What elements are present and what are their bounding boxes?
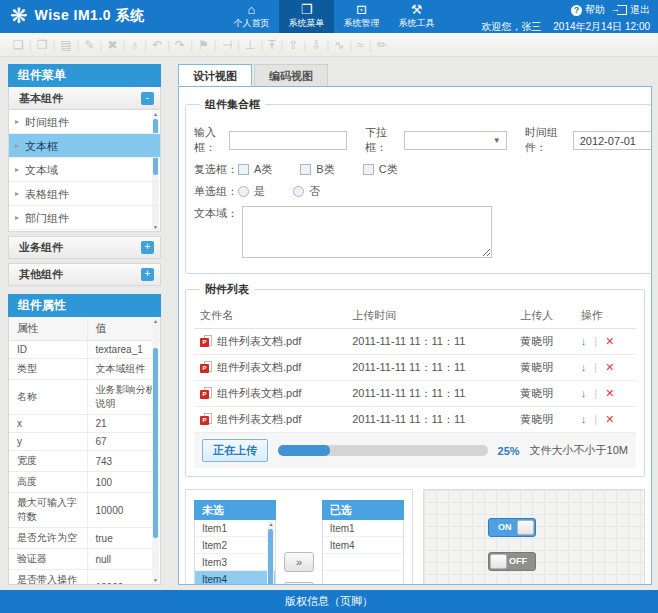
upload-progress-fill — [278, 445, 330, 456]
props-scrollbar[interactable]: ▲ ▼ — [152, 318, 159, 583]
toggle-off-label: OFF — [509, 556, 527, 566]
open-folder-icon[interactable]: ❐ — [32, 38, 53, 52]
pencil-icon[interactable]: ✏ — [372, 38, 392, 52]
collapse-icon[interactable]: - — [141, 92, 154, 105]
nav-item-home[interactable]: ⌂个人首页 — [224, 0, 279, 33]
checkbox-B类[interactable]: B类 — [300, 163, 334, 175]
export-down-icon[interactable]: ⇩ — [306, 38, 326, 52]
checkbox-C类[interactable]: C类 — [363, 163, 398, 175]
menu-item-文本框[interactable]: 文本框 — [9, 134, 160, 158]
checkbox-icon[interactable] — [300, 164, 311, 175]
scroll-thumb[interactable] — [268, 529, 273, 585]
menu-item-时间组件[interactable]: 时间组件 — [9, 110, 160, 134]
attachment-fieldset: 附件列表 文件名上传时间上传人操作 P组件列表文档.pdf2011-11-11 … — [185, 282, 645, 477]
toggle-knob[interactable] — [517, 520, 534, 535]
list-item-Item4[interactable]: Item4 — [195, 571, 275, 585]
move-left-button[interactable]: « — [284, 582, 313, 585]
delete-icon[interactable]: ✕ — [605, 361, 614, 373]
text-input[interactable] — [229, 131, 347, 150]
help-button[interactable]: ? 帮助 — [571, 3, 605, 17]
list-item-Item2[interactable]: Item2 — [195, 537, 275, 554]
component-props-title: 组件属性 — [8, 294, 161, 317]
accordion-business-components[interactable]: 业务组件 + — [8, 236, 161, 259]
scroll-up-icon[interactable]: ▲ — [267, 521, 274, 527]
upload-progress-track — [278, 445, 488, 456]
radio-否[interactable]: 否 — [293, 185, 320, 197]
nav-label: 个人首页 — [224, 17, 279, 29]
line-chart-icon[interactable]: ∿ — [329, 38, 349, 52]
list-item-Item3[interactable]: Item3 — [195, 554, 275, 571]
radio-group-label: 单选组： — [194, 184, 238, 199]
monitor-icon: ⊡ — [334, 2, 389, 17]
textarea-field[interactable] — [242, 206, 492, 258]
props-row: 名称业务影响分析说明 — [9, 380, 160, 415]
download-icon[interactable]: ↓ — [581, 335, 587, 347]
scroll-up-icon[interactable]: ▲ — [152, 318, 159, 324]
delete-icon[interactable]: ✕ — [605, 335, 614, 347]
checkbox-A类[interactable]: A类 — [238, 163, 272, 175]
text-format-icon[interactable]: Ŧ — [263, 38, 280, 52]
toggle-off-switch[interactable]: OFF — [488, 552, 536, 571]
download-icon[interactable]: ↓ — [581, 361, 587, 373]
menu-item-表格组件[interactable]: 表格组件 — [9, 182, 160, 206]
radio-icon[interactable] — [293, 186, 304, 197]
expand-icon[interactable]: + — [141, 241, 154, 254]
dropdown-select[interactable]: ▼ — [404, 131, 507, 150]
radio-icon[interactable] — [238, 186, 249, 197]
logout-button[interactable]: 退出 — [617, 3, 650, 17]
checkbox-icon[interactable] — [363, 164, 374, 175]
scroll-down-icon[interactable]: ▼ — [152, 577, 159, 583]
nav-item-menu-doc[interactable]: ❐系统菜单 — [279, 0, 334, 33]
list-item-Item1[interactable]: Item1 — [195, 520, 275, 537]
align-bottom-icon[interactable]: ⊥ — [240, 38, 260, 52]
att-operations: ↓|✕ — [575, 329, 636, 355]
toggle-knob[interactable] — [490, 554, 507, 569]
pdf-badge: P — [200, 416, 209, 425]
scroll-thumb[interactable] — [153, 348, 158, 538]
edit-doc-icon[interactable]: ✎ — [79, 38, 99, 52]
redo-icon[interactable]: ↷ — [170, 38, 190, 52]
delete-icon[interactable]: ✕ — [605, 387, 614, 399]
props-row: IDtextarea_1 — [9, 341, 160, 359]
upload-progress-row: 正在上传 25% 文件大小不小于10M — [194, 433, 636, 468]
download-icon[interactable]: ↓ — [581, 387, 587, 399]
align-left-icon[interactable]: ⊣ — [217, 38, 237, 52]
radio-是[interactable]: 是 — [238, 185, 265, 197]
props-row: 是否允许为空true — [9, 528, 160, 549]
download-icon[interactable]: ↓ — [581, 413, 587, 425]
nav-item-tools[interactable]: ⚒系统工具 — [389, 0, 444, 33]
tab-设计视图[interactable]: 设计视图 — [178, 64, 252, 86]
export-up-icon[interactable]: ⇧ — [283, 38, 303, 52]
curve-chart-icon[interactable]: ≈ — [352, 38, 369, 52]
publish-icon[interactable]: ♁ — [125, 38, 144, 52]
delete-icon[interactable]: ✕ — [605, 413, 614, 425]
new-file-icon[interactable]: ❏ — [8, 38, 29, 52]
pdf-badge: P — [200, 338, 209, 347]
props-row: 验证器null — [9, 549, 160, 570]
delete-icon[interactable]: ✖ — [102, 38, 122, 52]
selected-list: Item1Item4 — [322, 520, 404, 585]
undo-icon[interactable]: ↶ — [147, 38, 167, 52]
date-picker[interactable]: 2012-07-01 ▦ — [573, 131, 652, 150]
menu-item-文本域[interactable]: 文本域 — [9, 158, 160, 182]
accordion-basic-components[interactable]: 基本组件 - — [8, 87, 161, 110]
logo-icon: ❋ — [10, 3, 28, 29]
nav-item-monitor[interactable]: ⊡系统管理 — [334, 0, 389, 33]
toggle-on-switch[interactable]: ON — [488, 518, 536, 537]
list-item-Item4[interactable]: Item4 — [323, 537, 403, 554]
accordion-other-components[interactable]: 其他组件 + — [8, 263, 161, 286]
tools-icon: ⚒ — [389, 2, 444, 17]
props-row: 类型文本域组件 — [9, 359, 160, 380]
list-scrollbar[interactable]: ▲ ▼ — [267, 521, 274, 585]
tab-编码视图[interactable]: 编码视图 — [254, 64, 328, 86]
uploading-button[interactable]: 正在上传 — [202, 439, 268, 462]
save-icon[interactable]: ▤ — [55, 38, 76, 52]
menu-item-部门组件[interactable]: 部门组件 — [9, 206, 160, 230]
attachment-legend: 附件列表 — [200, 282, 254, 297]
move-right-button[interactable]: » — [284, 552, 313, 572]
list-item-Item1[interactable]: Item1 — [323, 520, 403, 537]
flag-icon[interactable]: ⚑ — [193, 38, 214, 52]
checkbox-icon[interactable] — [238, 164, 249, 175]
copyright-text: 版权信息（页脚） — [285, 595, 373, 607]
expand-icon[interactable]: + — [141, 268, 154, 281]
